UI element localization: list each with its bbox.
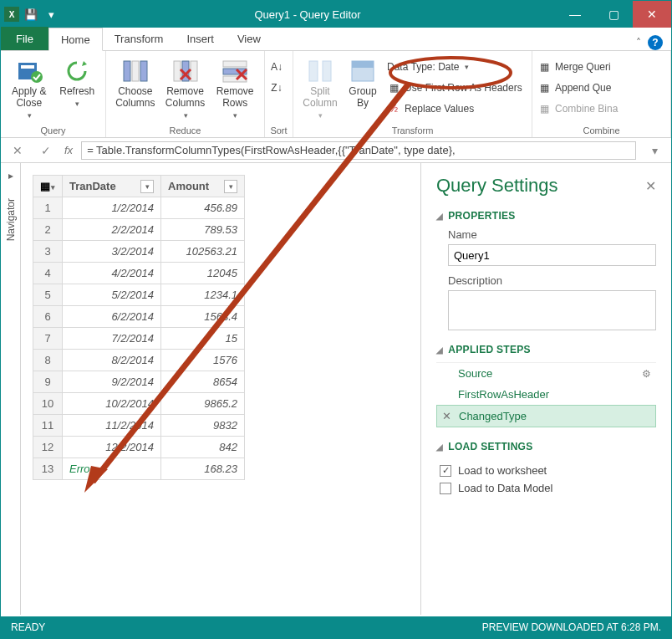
append-queries-button[interactable]: ▦Append Que xyxy=(537,79,618,97)
svg-rect-5 xyxy=(140,61,147,81)
split-column-button[interactable]: Split Column ▾ xyxy=(298,56,342,120)
table-row[interactable]: 1010/2/20149865.2 xyxy=(33,393,245,415)
cell-trandate[interactable]: 9/2/2014 xyxy=(63,371,161,393)
step-first-row-header[interactable]: FirstRowAsHeader xyxy=(436,384,656,405)
excel-icon: X xyxy=(4,7,19,22)
query-description-input[interactable] xyxy=(448,290,656,330)
help-button[interactable]: ? xyxy=(648,35,663,50)
tab-insert[interactable]: Insert xyxy=(175,27,226,50)
sort-desc-button[interactable]: Z↓ xyxy=(270,79,283,97)
cell-amount[interactable]: 15 xyxy=(161,328,245,350)
cell-amount[interactable]: 1234.1 xyxy=(161,284,245,306)
group-by-button[interactable]: Group By xyxy=(344,56,382,110)
close-button[interactable]: ✕ xyxy=(633,1,671,28)
collapse-ribbon-icon[interactable]: ˄ xyxy=(636,37,641,49)
cell-amount[interactable]: 102563.21 xyxy=(161,241,245,263)
table-row[interactable]: 99/2/20148654 xyxy=(33,371,245,393)
cell-amount[interactable]: 456.89 xyxy=(161,197,245,219)
cell-trandate[interactable]: 4/2/2014 xyxy=(63,263,161,284)
sort-asc-button[interactable]: A↓ xyxy=(270,58,283,76)
table-row[interactable]: 13Error168.23 xyxy=(33,458,245,480)
accept-formula-button[interactable]: ✓ xyxy=(36,144,56,157)
merge-queries-button[interactable]: ▦Merge Queri xyxy=(537,58,618,76)
load-worksheet-checkbox[interactable]: ✓Load to worksheet xyxy=(440,464,656,477)
table-row[interactable]: 55/2/20141234.1 xyxy=(33,284,245,306)
expand-formula-button[interactable]: ▾ xyxy=(644,144,664,157)
table-row[interactable]: 11/2/2014456.89 xyxy=(33,197,245,219)
combine-binaries-button[interactable]: ▦Combine Bina xyxy=(537,100,618,118)
merge-icon: ▦ xyxy=(537,60,551,74)
navigator-panel[interactable]: ▸ Navigator xyxy=(1,163,21,615)
svg-rect-11 xyxy=(223,61,247,67)
table-row[interactable]: 44/2/201412045 xyxy=(33,263,245,284)
collapse-icon[interactable]: ◢ xyxy=(436,212,443,221)
replace-values-button[interactable]: ½Replace Values xyxy=(387,100,522,118)
table-row[interactable]: 33/2/2014102563.21 xyxy=(33,241,245,263)
cell-trandate[interactable]: 7/2/2014 xyxy=(63,328,161,350)
apply-close-button[interactable]: Apply & Close ▾ xyxy=(6,56,53,120)
cell-amount[interactable]: 9832 xyxy=(161,415,245,437)
cell-trandate[interactable]: 8/2/2014 xyxy=(63,350,161,371)
tab-transform[interactable]: Transform xyxy=(103,27,176,50)
cell-amount[interactable]: 9865.2 xyxy=(161,393,245,415)
column-header-amount[interactable]: Amount▾ xyxy=(161,176,245,197)
data-type-dropdown[interactable]: Data Type: Date▾ xyxy=(387,58,522,76)
minimize-button[interactable]: — xyxy=(556,1,594,28)
first-row-headers-button[interactable]: ▦Use First Row As Headers xyxy=(387,79,522,97)
row-number: 13 xyxy=(33,458,63,480)
select-all-corner[interactable]: ▦▾ xyxy=(33,176,63,197)
remove-columns-button[interactable]: Remove Columns ▾ xyxy=(161,56,210,120)
table-row[interactable]: 1212/2/2014842 xyxy=(33,437,245,458)
collapse-icon[interactable]: ◢ xyxy=(436,442,443,452)
table-row[interactable]: 88/2/20141576 xyxy=(33,350,245,371)
chevron-down-icon: ▾ xyxy=(28,111,32,120)
cell-amount[interactable]: 12045 xyxy=(161,263,245,284)
formula-input[interactable] xyxy=(81,141,636,160)
cell-amount[interactable]: 789.53 xyxy=(161,219,245,241)
chevron-down-icon: ▾ xyxy=(233,111,237,120)
cell-trandate[interactable]: 10/2/2014 xyxy=(63,393,161,415)
maximize-button[interactable]: ▢ xyxy=(594,1,633,28)
cell-trandate[interactable]: 2/2/2014 xyxy=(63,219,161,241)
table-row[interactable]: 1111/2/20149832 xyxy=(33,415,245,437)
filter-icon[interactable]: ▾ xyxy=(224,180,237,193)
cell-trandate[interactable]: 3/2/2014 xyxy=(63,241,161,263)
refresh-button[interactable]: Refresh ▾ xyxy=(54,56,101,108)
cell-amount[interactable]: 8654 xyxy=(161,371,245,393)
cell-amount[interactable]: 1576 xyxy=(161,350,245,371)
cell-trandate[interactable]: 1/2/2014 xyxy=(63,197,161,219)
table-row[interactable]: 66/2/20141568.4 xyxy=(33,306,245,328)
qat-save-icon[interactable]: 💾 xyxy=(23,6,39,23)
cell-trandate[interactable]: Error xyxy=(63,458,161,480)
step-changed-type[interactable]: ✕ChangedType xyxy=(436,405,656,427)
cell-amount[interactable]: 842 xyxy=(161,437,245,458)
tab-view[interactable]: View xyxy=(226,27,272,50)
load-datamodel-checkbox[interactable]: Load to Data Model xyxy=(440,482,656,494)
table-row[interactable]: 77/2/201415 xyxy=(33,328,245,350)
remove-rows-button[interactable]: Remove Rows ▾ xyxy=(211,56,259,120)
cell-trandate[interactable]: 6/2/2014 xyxy=(63,306,161,328)
step-source[interactable]: Source⚙ xyxy=(436,363,656,384)
table-row[interactable]: 22/2/2014789.53 xyxy=(33,219,245,241)
cell-amount[interactable]: 168.23 xyxy=(161,458,245,480)
collapse-icon[interactable]: ◢ xyxy=(436,345,443,355)
qat-dropdown-icon[interactable]: ▾ xyxy=(43,6,59,23)
cell-trandate[interactable]: 11/2/2014 xyxy=(63,415,161,437)
row-number: 11 xyxy=(33,415,63,437)
tab-file[interactable]: File xyxy=(1,27,48,50)
choose-columns-button[interactable]: Choose Columns xyxy=(111,56,160,110)
column-header-trandate[interactable]: TranDate▾ xyxy=(63,176,161,197)
query-name-input[interactable] xyxy=(448,244,656,266)
close-settings-button[interactable]: ✕ xyxy=(645,178,656,194)
delete-step-icon[interactable]: ✕ xyxy=(442,410,454,422)
cell-trandate[interactable]: 5/2/2014 xyxy=(63,284,161,306)
tab-home[interactable]: Home xyxy=(48,28,103,51)
cell-amount[interactable]: 1568.4 xyxy=(161,306,245,328)
expand-icon[interactable]: ▸ xyxy=(8,170,13,181)
filter-icon[interactable]: ▾ xyxy=(140,180,154,193)
cell-trandate[interactable]: 12/2/2014 xyxy=(63,437,161,458)
navigator-label: Navigator xyxy=(5,198,17,241)
cancel-formula-button[interactable]: ✕ xyxy=(8,144,28,157)
gear-icon[interactable]: ⚙ xyxy=(642,368,651,380)
group-by-icon xyxy=(349,58,376,84)
